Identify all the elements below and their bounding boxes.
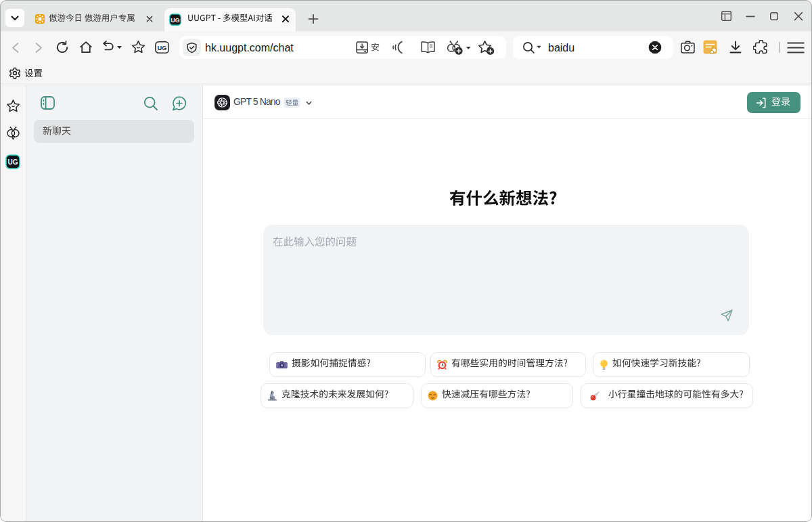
svg-text:UG: UG [171,17,180,24]
svg-text:UG: UG [8,158,18,166]
svg-text:UG: UG [158,45,167,51]
